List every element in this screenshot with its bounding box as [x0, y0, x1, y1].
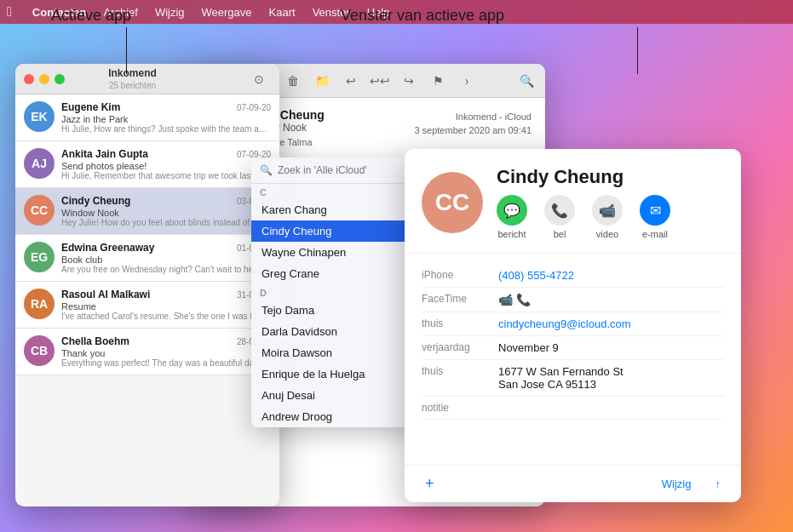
mail-date: 07-09-20 [237, 103, 271, 112]
forward-icon[interactable]: ↪ [397, 69, 421, 93]
sender-avatar: EK [24, 101, 55, 132]
contact-detail-row: thuis 1677 W San Fernando StSan Jose CA … [422, 360, 724, 397]
contact-section-header: D [251, 284, 417, 300]
contact-details: iPhone (408) 555-4722 FaceTime 📹 📞 thuis… [405, 254, 741, 430]
dropdown-search-icon: 🔍 [260, 164, 273, 176]
more-icon[interactable]: › [455, 69, 479, 93]
contact-detail-value: November 9 [498, 341, 724, 354]
mail-list: EK Eugene Kim 07-09-20 Jazz in the Park … [15, 94, 279, 375]
contact-action-email[interactable]: ✉ e-mail [640, 195, 670, 239]
menu-archief[interactable]: Archief [103, 6, 137, 19]
mail-window: Inkomend 25 berichten ⊙ EK Eugene Kim 07… [15, 64, 279, 506]
contact-item[interactable]: Cindy Cheung [251, 220, 417, 242]
mail-item[interactable]: CB Chella Boehm 28-08-20 Thank you Every… [15, 329, 279, 375]
contact-item[interactable]: Darla Davidson [251, 321, 417, 342]
mail-item[interactable]: RA Rasoul Al Malkawi 31-08-20 Resume I'v… [15, 282, 279, 329]
mail-titlebar: Inkomend 25 berichten ⊙ [15, 64, 279, 94]
contact-detail-label: FaceTime [422, 293, 498, 306]
sender-avatar: EG [24, 242, 55, 272]
contact-item[interactable]: Tejo Dama [251, 300, 417, 321]
mail-subject: Jazz in the Park [61, 114, 271, 124]
mail-preview: Hi Julie, Remember that awesome trip we … [61, 171, 271, 180]
msg-icon: 💬 [497, 195, 527, 226]
mail-preview: Everything was perfect! The day was a be… [61, 358, 271, 368]
menubar:  Contacten Archief Wijzig Weergave Kaar… [0, 0, 793, 24]
contact-detail-label: notitie [422, 402, 498, 414]
contact-action-call[interactable]: 📞 bel [544, 195, 575, 239]
contact-action-video[interactable]: 📹 video [592, 195, 623, 239]
menu-kaart[interactable]: Kaart [269, 6, 296, 19]
contact-item[interactable]: Andrew Droog [251, 406, 417, 427]
sender-avatar: CB [24, 335, 55, 366]
mail-sender: Ankita Jain Gupta [61, 148, 148, 160]
contacts-search-bar: 🔍 [251, 157, 417, 184]
reply-icon[interactable]: ↩ [339, 69, 363, 93]
reply-all-icon[interactable]: ↩↩ [368, 69, 392, 93]
contact-detail-label: verjaardag [422, 341, 498, 354]
action-label: e-mail [642, 229, 668, 239]
contact-detail-row: FaceTime 📹 📞 [422, 288, 724, 312]
add-contact-button[interactable]: + [418, 472, 441, 496]
contact-detail-row: thuis cindycheung9@icloud.com [422, 312, 724, 336]
contact-item[interactable]: Karen Chang [251, 199, 417, 220]
contact-item[interactable]: Moira Dawson [251, 342, 417, 363]
mail-preview: Hi Julie, How are things? Just spoke wit… [61, 124, 271, 134]
email-date: 3 september 2020 am 09:41 [414, 125, 532, 135]
contact-item[interactable]: Greg Crane [251, 263, 417, 284]
apple-menu[interactable]:  [7, 4, 12, 20]
action-label: bel [554, 229, 566, 239]
sender-avatar: RA [24, 289, 55, 319]
flag-icon[interactable]: ⚑ [426, 69, 450, 93]
mail-sender: Chella Boehm [61, 335, 129, 347]
contact-card: CC Cindy Cheung 💬 bericht 📞 bel 📹 video … [405, 149, 741, 502]
email-mailbox: Inkomend - iCloud [414, 112, 532, 122]
mail-preview: I've attached Carol's resume. She's the … [61, 312, 271, 321]
search-icon[interactable]: 🔍 [514, 69, 538, 93]
mail-preview: Hey Julie! How do you feel about blinds … [61, 218, 271, 227]
mail-filter-icon[interactable]: ⊙ [247, 67, 271, 91]
trash-icon[interactable]: 🗑 [281, 69, 305, 93]
email-icon: ✉ [640, 195, 670, 226]
mail-item[interactable]: EK Eugene Kim 07-09-20 Jazz in the Park … [15, 94, 279, 141]
contact-detail-label: thuis [422, 365, 498, 391]
mail-subject: Resume [61, 301, 271, 312]
contact-item[interactable]: Anuj Desai [251, 385, 417, 406]
contact-name: Cindy Cheung [497, 166, 670, 188]
menu-weergave[interactable]: Weergave [202, 6, 252, 19]
contact-section-header: C [251, 184, 417, 199]
mail-preview: Are you free on Wednesday night? Can't w… [61, 265, 271, 274]
mail-item[interactable]: AJ Ankita Jain Gupta 07-09-20 Send photo… [15, 141, 279, 188]
sender-avatar: CC [24, 195, 55, 226]
mail-content: Ankita Jain Gupta 07-09-20 Send photos p… [61, 148, 271, 180]
contact-card-footer: + Wijzig ↑ [405, 465, 741, 502]
mail-content: Chella Boehm 28-08-20 Thank you Everythi… [61, 335, 271, 368]
contacts-search-input[interactable] [278, 164, 409, 176]
contact-address: 1677 W San Fernando StSan Jose CA 95113 [498, 365, 724, 391]
menu-contacten[interactable]: Contacten [32, 6, 87, 19]
edit-contact-button[interactable]: Wijzig [655, 474, 698, 494]
mail-subject: Window Nook [61, 208, 271, 218]
mail-subject: Send photos please! [61, 161, 271, 171]
mail-content: Edwina Greenaway 01-09-20 Book club Are … [61, 242, 271, 274]
contact-item[interactable]: Enrique de la Huelga [251, 363, 417, 385]
folder-icon[interactable]: 📁 [310, 69, 334, 93]
contact-item[interactable]: Wayne Chinapen [251, 242, 417, 263]
active-window-line [637, 27, 638, 74]
menu-wijzig[interactable]: Wijzig [155, 6, 185, 19]
contact-detail-label: iPhone [422, 269, 498, 282]
menu-venster[interactable]: Venster [313, 6, 350, 19]
sender-avatar: AJ [24, 148, 55, 179]
mail-subject: Book club [61, 255, 271, 265]
mail-item[interactable]: CC Cindy Cheung 03-09-20 Window Nook Hey… [15, 188, 279, 235]
mail-item[interactable]: EG Edwina Greenaway 01-09-20 Book club A… [15, 235, 279, 282]
menu-help[interactable]: Help [367, 6, 390, 19]
contact-detail-row: iPhone (408) 555-4722 [422, 264, 724, 288]
contact-action-msg[interactable]: 💬 bericht [497, 195, 527, 239]
mail-subject: Thank you [61, 348, 271, 358]
contact-phone[interactable]: (408) 555-4722 [498, 269, 724, 282]
contact-email[interactable]: cindycheung9@icloud.com [498, 317, 724, 330]
contact-detail-row: verjaardag November 9 [422, 336, 724, 360]
video-icon: 📹 [592, 195, 623, 226]
share-contact-button[interactable]: ↑ [709, 474, 728, 494]
mail-content: Eugene Kim 07-09-20 Jazz in the Park Hi … [61, 101, 271, 134]
